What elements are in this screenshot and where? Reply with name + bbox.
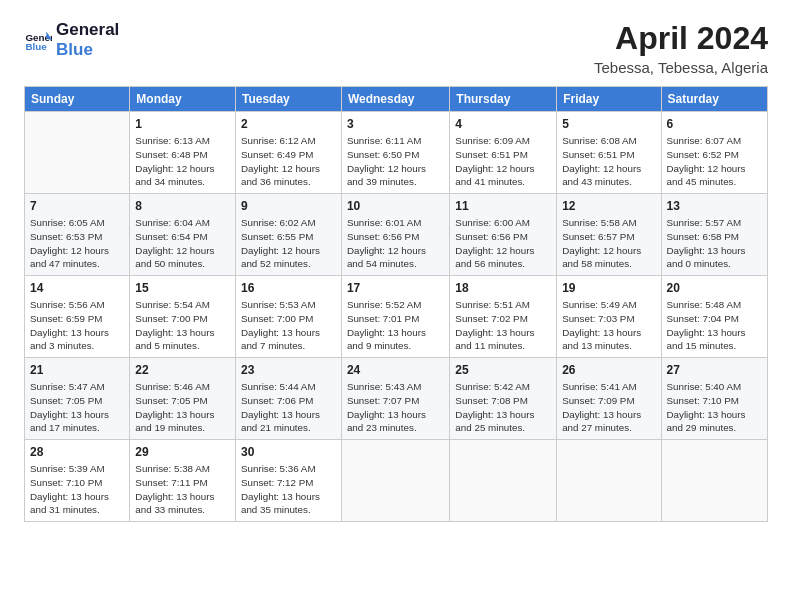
calendar-cell: 12Sunrise: 5:58 AMSunset: 6:57 PMDayligh…	[557, 194, 661, 276]
calendar-cell: 6Sunrise: 6:07 AMSunset: 6:52 PMDaylight…	[661, 112, 767, 194]
day-number: 1	[135, 116, 230, 132]
day-info: Sunrise: 5:46 AMSunset: 7:05 PMDaylight:…	[135, 380, 230, 435]
day-info: Sunrise: 6:07 AMSunset: 6:52 PMDaylight:…	[667, 134, 762, 189]
day-info: Sunrise: 6:00 AMSunset: 6:56 PMDaylight:…	[455, 216, 551, 271]
day-number: 12	[562, 198, 655, 214]
day-info: Sunrise: 6:01 AMSunset: 6:56 PMDaylight:…	[347, 216, 444, 271]
day-info: Sunrise: 5:53 AMSunset: 7:00 PMDaylight:…	[241, 298, 336, 353]
calendar-cell: 17Sunrise: 5:52 AMSunset: 7:01 PMDayligh…	[341, 276, 449, 358]
week-row-2: 7Sunrise: 6:05 AMSunset: 6:53 PMDaylight…	[25, 194, 768, 276]
day-info: Sunrise: 6:11 AMSunset: 6:50 PMDaylight:…	[347, 134, 444, 189]
day-info: Sunrise: 5:49 AMSunset: 7:03 PMDaylight:…	[562, 298, 655, 353]
day-number: 11	[455, 198, 551, 214]
day-info: Sunrise: 5:38 AMSunset: 7:11 PMDaylight:…	[135, 462, 230, 517]
day-info: Sunrise: 5:56 AMSunset: 6:59 PMDaylight:…	[30, 298, 124, 353]
day-number: 5	[562, 116, 655, 132]
calendar-cell: 24Sunrise: 5:43 AMSunset: 7:07 PMDayligh…	[341, 358, 449, 440]
day-number: 26	[562, 362, 655, 378]
calendar-cell	[341, 440, 449, 522]
calendar-cell: 22Sunrise: 5:46 AMSunset: 7:05 PMDayligh…	[130, 358, 236, 440]
header-friday: Friday	[557, 87, 661, 112]
logo-icon: General Blue	[24, 26, 52, 54]
subtitle: Tebessa, Tebessa, Algeria	[594, 59, 768, 76]
calendar-cell: 3Sunrise: 6:11 AMSunset: 6:50 PMDaylight…	[341, 112, 449, 194]
calendar-cell: 11Sunrise: 6:00 AMSunset: 6:56 PMDayligh…	[450, 194, 557, 276]
day-number: 3	[347, 116, 444, 132]
day-number: 21	[30, 362, 124, 378]
header-sunday: Sunday	[25, 87, 130, 112]
header-saturday: Saturday	[661, 87, 767, 112]
calendar-cell: 20Sunrise: 5:48 AMSunset: 7:04 PMDayligh…	[661, 276, 767, 358]
title-block: April 2024 Tebessa, Tebessa, Algeria	[594, 20, 768, 76]
week-row-1: 1Sunrise: 6:13 AMSunset: 6:48 PMDaylight…	[25, 112, 768, 194]
day-number: 2	[241, 116, 336, 132]
calendar-cell: 28Sunrise: 5:39 AMSunset: 7:10 PMDayligh…	[25, 440, 130, 522]
day-info: Sunrise: 5:42 AMSunset: 7:08 PMDaylight:…	[455, 380, 551, 435]
svg-text:Blue: Blue	[25, 41, 47, 52]
week-row-4: 21Sunrise: 5:47 AMSunset: 7:05 PMDayligh…	[25, 358, 768, 440]
day-number: 29	[135, 444, 230, 460]
day-info: Sunrise: 6:08 AMSunset: 6:51 PMDaylight:…	[562, 134, 655, 189]
logo-line1: General	[56, 20, 119, 40]
calendar-cell: 13Sunrise: 5:57 AMSunset: 6:58 PMDayligh…	[661, 194, 767, 276]
calendar-cell: 10Sunrise: 6:01 AMSunset: 6:56 PMDayligh…	[341, 194, 449, 276]
day-info: Sunrise: 5:57 AMSunset: 6:58 PMDaylight:…	[667, 216, 762, 271]
day-number: 4	[455, 116, 551, 132]
calendar-cell	[25, 112, 130, 194]
day-number: 16	[241, 280, 336, 296]
day-number: 24	[347, 362, 444, 378]
calendar-cell: 7Sunrise: 6:05 AMSunset: 6:53 PMDaylight…	[25, 194, 130, 276]
day-info: Sunrise: 5:44 AMSunset: 7:06 PMDaylight:…	[241, 380, 336, 435]
day-info: Sunrise: 5:40 AMSunset: 7:10 PMDaylight:…	[667, 380, 762, 435]
day-number: 17	[347, 280, 444, 296]
calendar-cell: 30Sunrise: 5:36 AMSunset: 7:12 PMDayligh…	[235, 440, 341, 522]
day-number: 6	[667, 116, 762, 132]
day-info: Sunrise: 5:54 AMSunset: 7:00 PMDaylight:…	[135, 298, 230, 353]
calendar-cell: 16Sunrise: 5:53 AMSunset: 7:00 PMDayligh…	[235, 276, 341, 358]
calendar-cell: 5Sunrise: 6:08 AMSunset: 6:51 PMDaylight…	[557, 112, 661, 194]
day-info: Sunrise: 5:39 AMSunset: 7:10 PMDaylight:…	[30, 462, 124, 517]
logo-line2: Blue	[56, 40, 119, 60]
day-number: 9	[241, 198, 336, 214]
calendar-cell: 15Sunrise: 5:54 AMSunset: 7:00 PMDayligh…	[130, 276, 236, 358]
day-number: 10	[347, 198, 444, 214]
day-info: Sunrise: 6:13 AMSunset: 6:48 PMDaylight:…	[135, 134, 230, 189]
day-info: Sunrise: 5:47 AMSunset: 7:05 PMDaylight:…	[30, 380, 124, 435]
page-header: General Blue General Blue April 2024 Teb…	[24, 20, 768, 76]
calendar-cell: 4Sunrise: 6:09 AMSunset: 6:51 PMDaylight…	[450, 112, 557, 194]
calendar-cell: 9Sunrise: 6:02 AMSunset: 6:55 PMDaylight…	[235, 194, 341, 276]
day-number: 18	[455, 280, 551, 296]
day-info: Sunrise: 5:51 AMSunset: 7:02 PMDaylight:…	[455, 298, 551, 353]
calendar-cell: 19Sunrise: 5:49 AMSunset: 7:03 PMDayligh…	[557, 276, 661, 358]
day-info: Sunrise: 5:58 AMSunset: 6:57 PMDaylight:…	[562, 216, 655, 271]
day-number: 14	[30, 280, 124, 296]
day-info: Sunrise: 5:36 AMSunset: 7:12 PMDaylight:…	[241, 462, 336, 517]
week-row-3: 14Sunrise: 5:56 AMSunset: 6:59 PMDayligh…	[25, 276, 768, 358]
main-title: April 2024	[594, 20, 768, 57]
day-number: 15	[135, 280, 230, 296]
calendar-cell: 23Sunrise: 5:44 AMSunset: 7:06 PMDayligh…	[235, 358, 341, 440]
day-number: 22	[135, 362, 230, 378]
day-info: Sunrise: 6:02 AMSunset: 6:55 PMDaylight:…	[241, 216, 336, 271]
day-number: 8	[135, 198, 230, 214]
calendar-cell	[450, 440, 557, 522]
day-info: Sunrise: 6:09 AMSunset: 6:51 PMDaylight:…	[455, 134, 551, 189]
day-info: Sunrise: 5:52 AMSunset: 7:01 PMDaylight:…	[347, 298, 444, 353]
day-number: 13	[667, 198, 762, 214]
calendar-cell: 2Sunrise: 6:12 AMSunset: 6:49 PMDaylight…	[235, 112, 341, 194]
day-number: 30	[241, 444, 336, 460]
calendar-header-row: SundayMondayTuesdayWednesdayThursdayFrid…	[25, 87, 768, 112]
calendar-cell: 18Sunrise: 5:51 AMSunset: 7:02 PMDayligh…	[450, 276, 557, 358]
header-wednesday: Wednesday	[341, 87, 449, 112]
day-number: 20	[667, 280, 762, 296]
day-info: Sunrise: 5:41 AMSunset: 7:09 PMDaylight:…	[562, 380, 655, 435]
calendar-cell: 21Sunrise: 5:47 AMSunset: 7:05 PMDayligh…	[25, 358, 130, 440]
calendar-cell: 25Sunrise: 5:42 AMSunset: 7:08 PMDayligh…	[450, 358, 557, 440]
calendar: SundayMondayTuesdayWednesdayThursdayFrid…	[24, 86, 768, 522]
header-thursday: Thursday	[450, 87, 557, 112]
logo: General Blue General Blue	[24, 20, 119, 61]
calendar-cell: 14Sunrise: 5:56 AMSunset: 6:59 PMDayligh…	[25, 276, 130, 358]
day-info: Sunrise: 6:04 AMSunset: 6:54 PMDaylight:…	[135, 216, 230, 271]
calendar-cell	[661, 440, 767, 522]
day-info: Sunrise: 6:05 AMSunset: 6:53 PMDaylight:…	[30, 216, 124, 271]
